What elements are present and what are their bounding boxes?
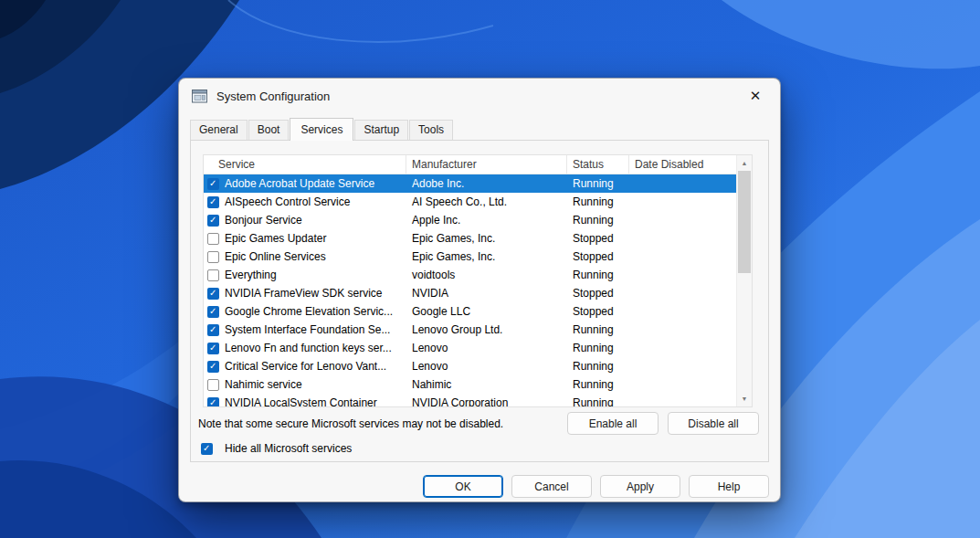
table-row[interactable]: Epic Games Updater Epic Games, Inc. Stop… (204, 229, 736, 248)
title-bar[interactable]: System Configuration ✕ (179, 79, 780, 113)
service-checkbox[interactable] (207, 343, 219, 354)
close-icon: ✕ (750, 88, 762, 104)
service-name-cell: NVIDIA FrameView SDK service (225, 287, 406, 300)
note-row: Note that some secure Microsoft services… (198, 412, 759, 435)
service-checkbox[interactable] (207, 306, 219, 318)
service-name-cell: Everything (225, 269, 406, 281)
tab-startup[interactable]: Startup (354, 120, 408, 140)
service-name-cell: AISpeech Control Service (225, 195, 406, 208)
disable-all-button[interactable]: Disable all (668, 412, 759, 435)
service-checkbox[interactable] (207, 361, 219, 373)
service-manufacturer-cell: voidtools (406, 269, 567, 281)
service-manufacturer-cell: Epic Games, Inc. (406, 232, 567, 245)
service-checkbox[interactable] (207, 251, 219, 263)
service-checkbox[interactable] (207, 397, 219, 408)
table-header: Service Manufacturer Status Date Disable… (204, 155, 736, 174)
service-manufacturer-cell: Google LLC (406, 305, 567, 318)
service-name-cell: Lenovo Fn and function keys ser... (225, 342, 406, 354)
tab-boot[interactable]: Boot (248, 120, 290, 140)
service-manufacturer-cell: Lenovo (406, 360, 567, 373)
scroll-up-button[interactable]: ▲ (737, 155, 752, 171)
service-checkbox[interactable] (207, 288, 219, 300)
service-name-cell: System Interface Foundation Se... (225, 323, 406, 336)
services-table-body: Adobe Acrobat Update Service Adobe Inc. … (204, 174, 736, 407)
service-status-cell: Running (567, 378, 629, 391)
services-table: Service Manufacturer Status Date Disable… (203, 154, 753, 407)
services-tab-panel: Service Manufacturer Status Date Disable… (190, 140, 769, 462)
table-row[interactable]: System Interface Foundation Se... Lenovo… (204, 321, 736, 339)
table-row[interactable]: Google Chrome Elevation Servic... Google… (204, 302, 736, 321)
service-manufacturer-cell: Nahimic (406, 378, 567, 391)
table-row[interactable]: NVIDIA LocalSystem Container NVIDIA Corp… (204, 394, 736, 407)
service-name-cell: NVIDIA LocalSystem Container (225, 396, 406, 407)
help-button[interactable]: Help (689, 475, 769, 498)
enable-all-button[interactable]: Enable all (567, 412, 659, 435)
service-checkbox[interactable] (207, 269, 219, 281)
service-status-cell: Running (567, 269, 629, 281)
service-manufacturer-cell: NVIDIA Corporation (406, 396, 567, 407)
window-title: System Configuration (216, 90, 330, 103)
service-status-cell: Stopped (567, 287, 629, 300)
ok-button[interactable]: OK (423, 475, 503, 498)
column-header-date-disabled[interactable]: Date Disabled (629, 155, 736, 174)
service-status-cell: Stopped (567, 250, 629, 263)
table-scrollbar[interactable]: ▲ ▼ (736, 155, 752, 406)
table-row[interactable]: Lenovo Fn and function keys ser... Lenov… (204, 339, 736, 357)
service-status-cell: Running (567, 342, 629, 354)
service-manufacturer-cell: Lenovo (406, 342, 567, 354)
tab-tools[interactable]: Tools (409, 120, 453, 140)
close-button[interactable]: ✕ (740, 82, 771, 110)
scrollbar-thumb[interactable] (738, 171, 751, 273)
service-checkbox[interactable] (207, 178, 219, 190)
service-manufacturer-cell: Epic Games, Inc. (406, 250, 567, 263)
service-checkbox[interactable] (207, 196, 219, 208)
service-manufacturer-cell: NVIDIA (406, 287, 567, 300)
service-status-cell: Stopped (567, 232, 629, 245)
service-checkbox[interactable] (207, 324, 219, 336)
hide-microsoft-checkbox[interactable] (201, 443, 213, 455)
service-status-cell: Running (567, 323, 629, 336)
tab-general[interactable]: General (190, 120, 248, 140)
scroll-down-button[interactable]: ▼ (737, 391, 752, 406)
service-name-cell: Epic Games Updater (225, 232, 406, 245)
service-name-cell: Google Chrome Elevation Servic... (225, 305, 406, 318)
cancel-button[interactable]: Cancel (511, 475, 592, 498)
service-manufacturer-cell: Adobe Inc. (406, 177, 567, 190)
system-configuration-window: System Configuration ✕ General Boot Serv… (178, 78, 781, 502)
column-header-service[interactable]: Service (204, 155, 406, 174)
column-header-manufacturer[interactable]: Manufacturer (406, 155, 567, 174)
table-row[interactable]: Nahimic service Nahimic Running (204, 375, 736, 394)
column-header-status[interactable]: Status (567, 155, 629, 174)
hide-microsoft-row: Hide all Microsoft services (201, 442, 352, 455)
service-manufacturer-cell: AI Speech Co., Ltd. (406, 195, 567, 208)
service-status-cell: Running (567, 177, 629, 190)
service-manufacturer-cell: Lenovo Group Ltd. (406, 323, 567, 336)
service-status-cell: Running (567, 360, 629, 373)
table-row[interactable]: Critical Service for Lenovo Vant... Leno… (204, 357, 736, 375)
service-manufacturer-cell: Apple Inc. (406, 214, 567, 227)
service-checkbox[interactable] (207, 215, 219, 227)
service-name-cell: Epic Online Services (225, 250, 406, 263)
table-row[interactable]: Epic Online Services Epic Games, Inc. St… (204, 248, 736, 266)
service-checkbox[interactable] (207, 233, 219, 245)
service-name-cell: Nahimic service (225, 378, 406, 391)
table-row[interactable]: NVIDIA FrameView SDK service NVIDIA Stop… (204, 284, 736, 302)
table-row[interactable]: AISpeech Control Service AI Speech Co., … (204, 193, 736, 211)
service-status-cell: Running (567, 396, 629, 407)
service-name-cell: Critical Service for Lenovo Vant... (225, 360, 406, 373)
tab-bar: General Boot Services Startup Tools (179, 113, 780, 140)
hide-microsoft-label[interactable]: Hide all Microsoft services (225, 442, 352, 455)
service-status-cell: Running (567, 214, 629, 227)
note-text: Note that some secure Microsoft services… (198, 417, 503, 430)
apply-button[interactable]: Apply (600, 475, 680, 498)
dialog-footer: OK Cancel Apply Help (179, 475, 780, 498)
table-row[interactable]: Bonjour Service Apple Inc. Running (204, 211, 736, 229)
service-name-cell: Bonjour Service (225, 214, 406, 227)
tab-services[interactable]: Services (290, 118, 353, 141)
msconfig-icon (192, 90, 207, 103)
bulk-action-buttons: Enable all Disable all (567, 412, 759, 435)
service-name-cell: Adobe Acrobat Update Service (225, 177, 406, 190)
service-checkbox[interactable] (207, 379, 219, 391)
table-row[interactable]: Adobe Acrobat Update Service Adobe Inc. … (204, 174, 736, 193)
table-row[interactable]: Everything voidtools Running (204, 266, 736, 284)
